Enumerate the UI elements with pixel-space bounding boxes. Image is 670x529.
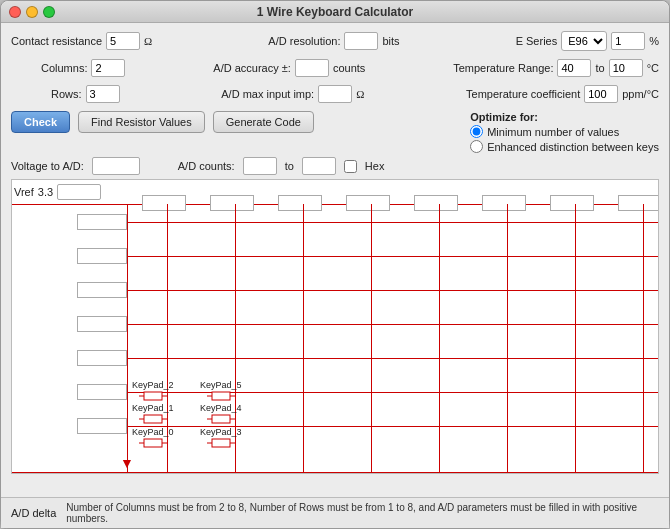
e-series-select[interactable]: E96 E48 E24 E12 <box>561 31 607 51</box>
resistor-symbol-5 <box>139 437 167 449</box>
svg-rect-4 <box>212 392 230 400</box>
voltage-label: Voltage to A/D: <box>11 160 84 172</box>
hline-1 <box>127 222 658 223</box>
grid-input-3[interactable] <box>278 195 322 211</box>
ad-delta-label: A/D delta <box>11 507 56 519</box>
optimize-label: Optimize for: <box>470 111 659 123</box>
optimize-enhanced-row: Enhanced distinction between keys <box>470 140 659 153</box>
window-controls <box>9 6 55 18</box>
circuit-grid: Vref 3.3 <box>11 179 659 474</box>
grid-input-7[interactable] <box>550 195 594 211</box>
hline-2 <box>127 256 658 257</box>
svg-rect-7 <box>144 415 162 423</box>
temp-range-unit: °C <box>647 62 659 74</box>
ad-resolution-label: A/D resolution: <box>268 35 340 47</box>
window-title: 1 Wire Keyboard Calculator <box>257 5 414 19</box>
optimize-min-row: Minimum number of values <box>470 125 659 138</box>
vline-5 <box>439 204 440 473</box>
svg-rect-10 <box>212 415 230 423</box>
grid-input-2[interactable] <box>210 195 254 211</box>
vline-left <box>127 204 128 473</box>
row-input-1[interactable] <box>77 214 127 230</box>
main-content: Contact resistance Ω A/D resolution: bit… <box>1 23 669 497</box>
row-input-5[interactable] <box>77 350 127 366</box>
ad-resolution-input[interactable] <box>344 32 378 50</box>
optimize-min-label: Minimum number of values <box>487 126 619 138</box>
titlebar: 1 Wire Keyboard Calculator <box>1 1 669 23</box>
grid-input-6[interactable] <box>482 195 526 211</box>
ad-max-input-label: A/D max input imp: <box>221 88 314 100</box>
status-bar: A/D delta Number of Columns must be from… <box>1 497 669 528</box>
svg-rect-16 <box>212 439 230 447</box>
optimize-enhanced-radio[interactable] <box>470 140 483 153</box>
temp-range-to-label: to <box>595 62 604 74</box>
generate-code-button[interactable]: Generate Code <box>213 111 314 133</box>
keypad-2-label: KeyPad_2 <box>132 380 174 390</box>
ad-counts-to-input[interactable] <box>302 157 336 175</box>
vline-6 <box>507 204 508 473</box>
ad-accuracy-label: A/D accuracy ±: <box>213 62 291 74</box>
row-input-4[interactable] <box>77 316 127 332</box>
find-resistor-button[interactable]: Find Resistor Values <box>78 111 205 133</box>
vline-3 <box>303 204 304 473</box>
vline-4 <box>371 204 372 473</box>
e-series-label: E Series <box>516 35 558 47</box>
contact-resistance-input[interactable] <box>106 32 140 50</box>
columns-label: Columns: <box>41 62 87 74</box>
resistor-symbol-3 <box>139 413 167 425</box>
ad-max-input[interactable] <box>318 85 352 103</box>
grid-input-5[interactable] <box>414 195 458 211</box>
rows-input[interactable] <box>86 85 120 103</box>
grid-input-4[interactable] <box>346 195 390 211</box>
temp-range-label: Temperature Range: <box>453 62 553 74</box>
row-input-6[interactable] <box>77 384 127 400</box>
pct-label: % <box>649 35 659 47</box>
hline-bottom <box>12 472 658 473</box>
hline-4 <box>127 324 658 325</box>
ad-counts-from-input[interactable] <box>243 157 277 175</box>
maximize-button[interactable] <box>43 6 55 18</box>
svg-rect-1 <box>144 392 162 400</box>
close-button[interactable] <box>9 6 21 18</box>
temp-coeff-label: Temperature coefficient <box>466 88 580 100</box>
temp-range-to-input[interactable] <box>609 59 643 77</box>
row-input-3[interactable] <box>77 282 127 298</box>
keypad-5-label: KeyPad_5 <box>200 380 242 390</box>
rows-label: Rows: <box>51 88 82 100</box>
row-input-7[interactable] <box>77 418 127 434</box>
temp-coeff-unit: ppm/°C <box>622 88 659 100</box>
ad-counts-to-label: to <box>285 160 294 172</box>
keypad-0-label: KeyPad_0 <box>132 427 174 437</box>
resistor-symbol-1 <box>139 390 167 402</box>
vline-8 <box>643 204 644 473</box>
e-series-pct-input[interactable] <box>611 32 645 50</box>
bits-label: bits <box>382 35 399 47</box>
omega-symbol: Ω <box>144 35 152 47</box>
keypad-3-label: KeyPad_3 <box>200 427 242 437</box>
ad-accuracy-input[interactable] <box>295 59 329 77</box>
grid-input-8[interactable] <box>618 195 659 211</box>
check-button[interactable]: Check <box>11 111 70 133</box>
temp-range-from-input[interactable] <box>557 59 591 77</box>
row-input-2[interactable] <box>77 248 127 264</box>
optimize-min-radio[interactable] <box>470 125 483 138</box>
status-message: Number of Columns must be from 2 to 8, N… <box>66 502 659 524</box>
vref-input[interactable] <box>57 184 101 200</box>
hex-label: Hex <box>365 160 385 172</box>
resistor-symbol-6 <box>207 437 235 449</box>
vref-value: 3.3 <box>38 186 53 198</box>
columns-input[interactable] <box>91 59 125 77</box>
temp-coeff-input[interactable] <box>584 85 618 103</box>
minimize-button[interactable] <box>26 6 38 18</box>
down-arrow: ▼ <box>120 455 134 471</box>
hline-3 <box>127 290 658 291</box>
counts-label: counts <box>333 62 365 74</box>
svg-rect-13 <box>144 439 162 447</box>
keypad-1-label: KeyPad_1 <box>132 403 174 413</box>
hex-checkbox[interactable] <box>344 160 357 173</box>
main-window: 1 Wire Keyboard Calculator Contact resis… <box>0 0 670 529</box>
voltage-input[interactable] <box>92 157 140 175</box>
grid-input-1[interactable] <box>142 195 186 211</box>
hline-5 <box>127 358 658 359</box>
keypad-4-label: KeyPad_4 <box>200 403 242 413</box>
